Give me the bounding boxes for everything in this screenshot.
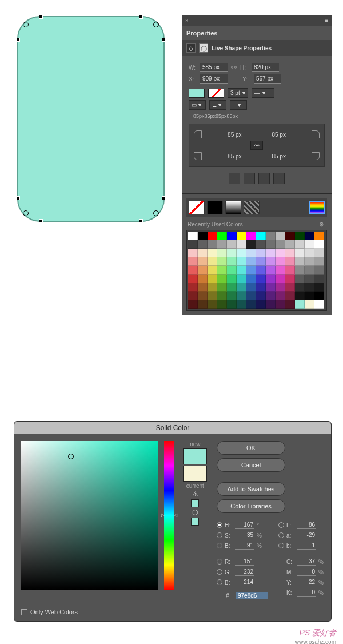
swatch[interactable] [256,300,266,309]
swatch[interactable] [217,240,227,249]
swatch[interactable] [285,300,295,309]
anchor-point[interactable] [162,38,166,42]
swatch[interactable] [295,232,305,240]
rgbb-field[interactable] [235,578,254,586]
swatch[interactable] [208,257,217,266]
swatch[interactable] [246,275,256,283]
cancel-button[interactable]: Cancel [217,458,285,472]
L-radio[interactable] [278,522,284,528]
stroke-swatch[interactable] [208,89,224,98]
r-radio[interactable] [217,559,222,565]
swatch[interactable] [217,300,227,309]
color-libraries-button[interactable]: Color Libraries [217,499,285,513]
swatch[interactable] [276,240,285,249]
stroke-weight-dropdown[interactable]: 3 pt ▾ [228,88,248,98]
warning-icon[interactable]: ⚠ [192,490,198,498]
swatch[interactable] [266,249,276,257]
anchor-point[interactable] [16,38,20,42]
swatch[interactable] [305,266,314,275]
hue-slider[interactable]: ▷◁ [164,441,174,590]
swatch[interactable] [295,266,305,275]
tr-corner-icon[interactable] [312,130,320,138]
swatch[interactable] [295,300,305,309]
swatch[interactable] [217,283,227,292]
swatch[interactable] [285,292,295,300]
swatch[interactable] [295,257,305,266]
y-field[interactable] [297,578,316,586]
no-fill-icon[interactable] [189,201,205,214]
swatch[interactable] [276,257,285,266]
swatch[interactable] [198,275,208,283]
swatch[interactable] [208,249,217,257]
br-corner-field[interactable]: 85 px [268,153,290,160]
swatch[interactable] [237,232,246,240]
swatch[interactable] [295,283,305,292]
swatch[interactable] [188,300,198,309]
swatch[interactable] [266,240,276,249]
swatch[interactable] [246,257,256,266]
swatch[interactable] [314,257,324,266]
width-field[interactable] [200,63,228,72]
only-web-checkbox[interactable] [21,609,27,615]
r-field[interactable] [235,558,254,566]
corner-handle[interactable] [23,210,29,216]
swatch[interactable] [237,240,246,249]
stroke-cap-dropdown[interactable]: ⊏ ▾ [209,100,226,110]
swatch[interactable] [246,232,256,240]
swatch[interactable] [256,232,266,240]
b-radio[interactable] [217,543,222,548]
combine-icon[interactable] [229,173,240,184]
swatch[interactable] [256,292,266,300]
swatch[interactable] [266,292,276,300]
swatch[interactable] [295,240,305,249]
swatch[interactable] [227,240,237,249]
intersect-icon[interactable] [258,173,270,184]
anchor-point[interactable] [16,196,20,200]
cube-icon[interactable]: ⬡ [192,508,198,516]
swatch[interactable] [217,249,227,257]
swatch[interactable] [295,275,305,283]
flyout-menu-icon[interactable]: ≡ [325,17,328,23]
subtract-icon[interactable] [244,173,255,184]
swatch[interactable] [227,275,237,283]
swatch[interactable] [246,240,256,249]
swatch[interactable] [227,266,237,275]
swatch[interactable] [256,257,266,266]
c-field[interactable] [297,558,316,566]
swatch[interactable] [256,249,266,257]
swatch[interactable] [305,249,314,257]
swatch[interactable] [266,266,276,275]
swatch[interactable] [237,275,246,283]
swatch[interactable] [266,300,276,309]
anchor-point[interactable] [39,15,43,19]
swatch[interactable] [314,283,324,292]
swatch[interactable] [305,283,314,292]
swatch[interactable] [208,266,217,275]
swatch[interactable] [285,232,295,240]
swatch[interactable] [314,240,324,249]
swatch[interactable] [285,240,295,249]
swatch[interactable] [198,240,208,249]
swatch[interactable] [276,249,285,257]
close-icon[interactable]: × [185,18,188,23]
corner-handle[interactable] [153,210,159,216]
swatch[interactable] [208,240,217,249]
warning-swatch[interactable] [191,499,199,507]
swatch[interactable] [188,292,198,300]
canvas-shape[interactable] [17,16,165,222]
swatch[interactable] [237,283,246,292]
swatch[interactable] [305,300,314,309]
exclude-icon[interactable] [273,173,285,184]
h-radio[interactable] [217,522,222,528]
current-color-preview[interactable] [183,466,207,482]
swatch[interactable] [314,232,324,240]
swatch[interactable] [188,240,198,249]
swatch[interactable] [256,275,266,283]
swatch[interactable] [188,266,198,275]
stroke-corner-dropdown[interactable]: ⌐ ▾ [230,100,247,110]
hex-field[interactable] [236,592,268,599]
swatch[interactable] [188,232,198,240]
swatch[interactable] [217,257,227,266]
swatch[interactable] [237,249,246,257]
hue-marker[interactable]: ▷◁ [161,512,177,518]
